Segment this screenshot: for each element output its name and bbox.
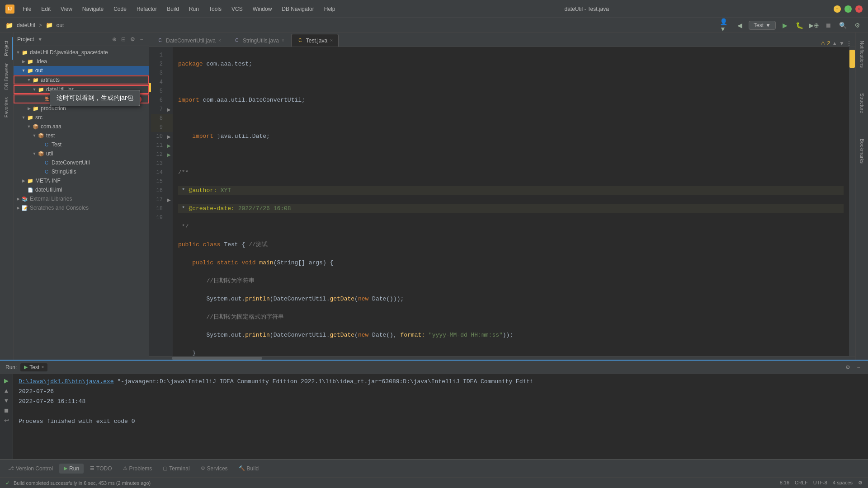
menu-file[interactable]: File [18,4,36,14]
menu-build[interactable]: Build [162,4,184,14]
tree-item-test[interactable]: ▼ 📦 test [14,131,149,140]
tree-item-DateConvertUtil[interactable]: ▶ C DateConvertUtil [14,158,149,167]
expand-arrow-src[interactable]: ▼ [21,115,26,120]
run-stop-icon[interactable]: ⏹ [2,406,11,415]
tab-DateConvertUtil[interactable]: C DateConvertUtil.java × [151,34,227,47]
scroll-up-icon[interactable]: ▲ [832,40,837,47]
sidebar-tab-db-browser[interactable]: DB Browser [1,60,13,94]
settings-button[interactable]: ⚙ [852,20,863,31]
expand-arrow-META-INF[interactable]: ▶ [21,178,26,183]
code-content[interactable]: package com.aaa.test; import com.aaa.uti… [173,47,849,356]
console-java-exe[interactable]: D:\Java\jdk1.8\bin\java.exe [19,378,114,385]
minimize-button[interactable]: − [834,5,841,13]
menu-help[interactable]: Help [320,4,340,14]
right-tab-structure[interactable]: Structure [857,89,867,117]
close-button[interactable]: × [855,5,863,13]
menu-window[interactable]: Window [248,4,277,14]
tree-item-Test[interactable]: ▶ C Test [14,140,149,149]
bottom-minimize-icon[interactable]: − [854,363,863,371]
bottom-tab-run[interactable]: ▶ Run [59,464,84,474]
menu-refactor[interactable]: Refactor [132,4,161,14]
tree-item-StringUtils[interactable]: ▶ C StringUtils [14,167,149,176]
tree-item-out[interactable]: ▼ 📁 out [14,66,149,75]
run-rerun-icon[interactable]: ▶ [2,376,11,385]
menu-dbnavigator[interactable]: DB Navigator [277,4,318,14]
menu-navigate[interactable]: Navigate [78,4,108,14]
bottom-tab-services[interactable]: ⚙ Services [196,464,232,474]
expand-arrow-production[interactable]: ▶ [26,106,32,111]
scroll-bar-right[interactable] [849,47,855,356]
status-line-col[interactable]: 8:16 [780,480,789,486]
expand-arrow-dateutil[interactable]: ▼ [15,50,21,55]
menu-run[interactable]: Run [184,4,203,14]
tab-Test[interactable]: C Test.java × [291,34,339,47]
bottom-tab-version-control[interactable]: ⎇ Version Control [4,464,57,474]
editor-more-icon[interactable]: ⋮ [846,40,852,47]
code-editor[interactable]: 1 2 3 4 5 6 7▶ 8 9 10▶ 11▶ 12▶ 13 14 15 … [149,47,855,356]
maximize-button[interactable]: □ [844,5,852,13]
right-tab-notifications[interactable]: Notifications [857,37,867,71]
tab-close-StringUtils[interactable]: × [282,38,284,43]
tree-item-dateutil[interactable]: ▼ 📁 dateUtil D:\java\idea_space\date [14,48,149,57]
run-coverage-button[interactable]: ▶⊕ [808,20,819,31]
profile-button[interactable]: 👤▼ [720,20,731,31]
tree-item-src[interactable]: ▼ 📁 src [14,113,149,122]
tree-item-com-aaa[interactable]: ▼ 📦 com.aaa [14,122,149,131]
bottom-tab-todo[interactable]: ☰ TODO [85,464,116,474]
debug-button[interactable]: 🐛 [794,20,805,31]
run-scroll-down-icon[interactable]: ▼ [2,396,11,405]
tree-item-artifacts[interactable]: ▼ 📁 artifacts [14,75,149,84]
tree-item-dateUtil-iml[interactable]: ▶ 📄 dateUtil.iml [14,185,149,194]
bottom-settings-icon[interactable]: ⚙ [844,363,852,371]
ln-arrow-11[interactable]: ▶ [165,143,173,148]
tab-close-DateConvertUtil[interactable]: × [218,38,221,43]
expand-arrow-com-aaa[interactable]: ▼ [26,124,32,129]
menu-code[interactable]: Code [109,4,131,14]
back-button[interactable]: ◀ [734,20,745,31]
tab-StringUtils[interactable]: C StringUtils.java × [228,34,290,47]
bottom-tab-problems[interactable]: ⚠ Problems [118,464,157,474]
run-tab[interactable]: ▶ Test × [20,363,47,371]
panel-dropdown-icon[interactable]: ▼ [38,37,42,42]
status-settings-icon[interactable]: ⚙ [858,480,863,486]
tree-item-util[interactable]: ▼ 📦 util [14,149,149,158]
sidebar-tab-favorites[interactable]: Favorites [1,94,13,121]
expand-arrow-artifacts[interactable]: ▼ [26,77,32,83]
menu-edit[interactable]: Edit [37,4,55,14]
expand-arrow-idea[interactable]: ▶ [21,59,26,64]
run-config-selector[interactable]: Test ▼ [749,21,776,30]
stop-button[interactable]: ⏹ [823,20,834,31]
expand-arrow-scratches[interactable]: ▶ [15,205,21,211]
tree-item-META-INF[interactable]: ▶ 📁 META-INF [14,176,149,185]
expand-arrow-out[interactable]: ▼ [21,68,26,73]
collapse-all-icon[interactable]: ⊟ [120,36,127,43]
panel-close-icon[interactable]: − [138,36,145,43]
expand-arrow-ext-libs[interactable]: ▶ [15,196,21,202]
run-tab-close[interactable]: × [41,365,44,370]
status-indent[interactable]: 4 spaces [833,480,853,486]
tree-item-scratches[interactable]: ▶ 📝 Scratches and Consoles [14,203,149,212]
bottom-tab-terminal[interactable]: ▢ Terminal [158,464,194,474]
panel-settings-icon[interactable]: ⚙ [129,36,136,43]
menu-tools[interactable]: Tools [204,4,226,14]
scroll-down-icon[interactable]: ▼ [839,40,844,47]
menu-vcs[interactable]: VCS [227,4,247,14]
bottom-tab-build[interactable]: 🔨 Build [234,464,264,474]
right-tab-bookmarks[interactable]: Bookmarks [857,135,867,167]
ln-arrow-12[interactable]: ▶ [165,152,173,157]
expand-arrow-util[interactable]: ▼ [32,151,37,156]
status-line-endings[interactable]: CRLF [795,480,808,486]
tree-item-idea[interactable]: ▶ 📁 .idea [14,57,149,66]
menu-view[interactable]: View [56,4,77,14]
run-wrap-icon[interactable]: ↩ [2,416,11,425]
tab-close-Test[interactable]: × [330,38,333,43]
scope-icon[interactable]: ⊕ [111,36,118,43]
expand-arrow-test[interactable]: ▼ [32,133,37,138]
run-button[interactable]: ▶ [779,20,790,31]
sidebar-tab-project[interactable]: Project [1,37,13,60]
horizontal-scrollbar[interactable] [149,356,855,360]
status-encoding[interactable]: UTF-8 [813,480,827,486]
run-scroll-up-icon[interactable]: ▲ [2,386,11,395]
tree-item-external-libs[interactable]: ▶ 📚 External Libraries [14,194,149,203]
expand-arrow-dateutiljar[interactable]: ▼ [32,87,37,92]
